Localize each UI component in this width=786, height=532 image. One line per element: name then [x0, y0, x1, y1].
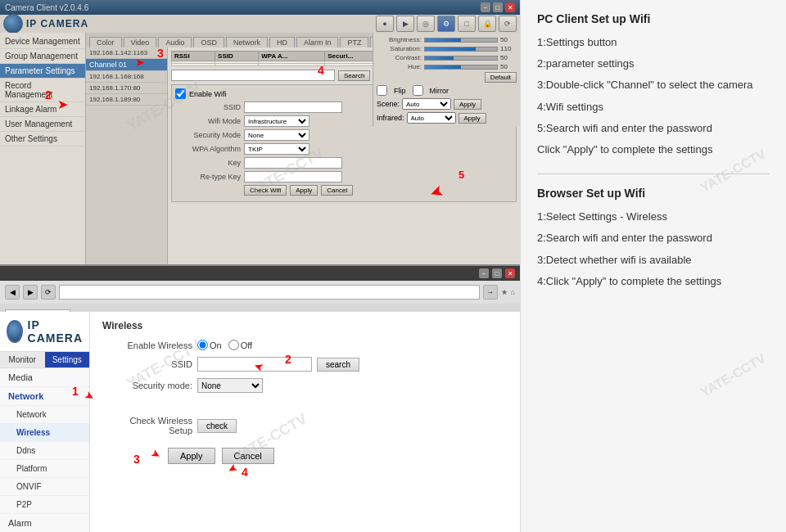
enable-wireless-label: Enable Wireless	[102, 340, 192, 350]
ssid-input[interactable]	[244, 101, 342, 113]
enable-wifi-checkbox[interactable]	[175, 88, 186, 99]
security-mode-select[interactable]: None	[244, 129, 309, 141]
settings-tab[interactable]: Settings	[45, 352, 90, 367]
wifi-cancel-btn[interactable]: Cancel	[321, 185, 353, 196]
wifi-mode-select[interactable]: Infrastructure	[244, 115, 309, 127]
browser-alarm-item[interactable]: Alarm	[0, 514, 89, 532]
retype-key-label: Re-type Key	[175, 173, 241, 181]
tab-video[interactable]: Video	[124, 37, 157, 47]
flip-checkbox[interactable]	[377, 85, 387, 96]
browser-sidebar: IP CAMERA Monitor Settings Media Network…	[0, 312, 90, 532]
minimize-btn[interactable]: −	[481, 2, 490, 12]
browser-chrome: − □ ✕ ◀ ▶ ⟳ https://192.168.1.100/web/ad…	[0, 266, 520, 312]
menu-icon-7[interactable]: ⟳	[499, 16, 517, 32]
key-label: Key	[175, 159, 241, 167]
browser-logo-text: IP CAMERA	[28, 318, 83, 345]
pc-instruction-apply: Click "Apply" to complete the settings	[537, 142, 770, 157]
menu-icon-6[interactable]: 🔒	[478, 16, 496, 32]
browser-maximize-btn[interactable]: □	[492, 268, 502, 278]
browser-annotation-2: 2	[285, 353, 291, 366]
address-bar[interactable]: https://192.168.1.100/web/admin.html	[59, 285, 480, 300]
browser-ddns-item[interactable]: Ddns	[0, 442, 89, 460]
wireless-on-radio[interactable]	[197, 340, 208, 350]
wireless-on-option: On	[197, 340, 222, 350]
default-btn[interactable]: Default	[485, 72, 517, 83]
pc-channel-list: 192.168.1.142:1163 Channel 01 192.168.1.…	[86, 47, 168, 266]
sidebar-linkage-alarm[interactable]: Linkage Alarm	[0, 102, 85, 117]
retype-key-input[interactable]	[244, 171, 342, 183]
menu-icon-settings[interactable]: ⚙	[437, 16, 455, 32]
browser-onvif-item[interactable]: ONVIF	[0, 478, 89, 496]
scene-apply-btn[interactable]: Apply	[454, 99, 481, 110]
browser-nav-tabs: Monitor Settings	[0, 352, 89, 368]
tab-color[interactable]: Color	[89, 37, 122, 47]
check-wifi-btn[interactable]: Check Wifi	[244, 185, 287, 196]
sidebar-group-mgmt[interactable]: Group Management	[0, 49, 85, 64]
channel-item-1[interactable]: Channel 01	[86, 59, 167, 71]
refresh-btn[interactable]: ⟳	[41, 285, 56, 300]
check-wireless-btn[interactable]: check	[197, 419, 237, 433]
col-rssi: RSSI	[172, 52, 215, 61]
menu-icon-2[interactable]: ▶	[396, 16, 414, 32]
browser-cancel-btn[interactable]: Cancel	[222, 448, 274, 464]
saturation-val: 110	[500, 45, 517, 52]
pc-title-bar: Camera Client v2.0.4.6 − □ ✕	[0, 0, 520, 15]
browser-wireless-item[interactable]: Wireless	[0, 424, 89, 442]
sidebar-other-settings[interactable]: Other Settings	[0, 132, 85, 147]
sidebar-param-settings[interactable]: Parameter Settings	[0, 64, 85, 79]
menu-icon-3[interactable]: ◎	[417, 16, 435, 32]
wireless-off-radio[interactable]	[228, 340, 239, 350]
wpa-algo-select[interactable]: TKIP	[244, 143, 309, 155]
browser-instructions-section: Browser Set up Wifi 1:Select Settings - …	[537, 187, 770, 289]
maximize-btn[interactable]: □	[493, 2, 503, 12]
sidebar-record-mgmt[interactable]: Record Management	[0, 79, 85, 102]
divider	[537, 174, 770, 174]
back-btn[interactable]: ◀	[5, 285, 20, 300]
search-wifi-btn[interactable]: search	[317, 358, 359, 372]
browser-p2p-item[interactable]: P2P	[0, 496, 89, 514]
security-browser-select[interactable]: None	[197, 378, 263, 393]
key-input[interactable]	[244, 157, 342, 169]
sidebar-device-mgmt[interactable]: Device Management	[0, 34, 85, 49]
browser-content: Wireless Enable Wireless On Off	[90, 312, 520, 532]
tab-alarm[interactable]: Alarm In	[296, 37, 339, 47]
tab-ptz[interactable]: PTZ	[340, 37, 368, 47]
network-group: Network Network Wireless Ddns Platform O…	[0, 387, 89, 514]
channel-item-2[interactable]: 192.168.1.168:168	[86, 71, 167, 83]
browser-minimize-btn[interactable]: −	[479, 268, 489, 278]
mirror-checkbox[interactable]	[413, 85, 423, 96]
menu-icon-1[interactable]: ●	[376, 16, 394, 32]
tab-hd[interactable]: HD	[269, 37, 295, 47]
forward-btn[interactable]: ▶	[23, 285, 38, 300]
infrared-select[interactable]: Auto	[407, 112, 456, 124]
scene-select[interactable]: Auto	[402, 98, 451, 110]
go-btn[interactable]: →	[483, 285, 498, 300]
sidebar-user-mgmt[interactable]: User Management	[0, 117, 85, 132]
pc-inner: 192.168.1.142:1163 Channel 01 192.168.1.…	[86, 47, 520, 266]
flip-label: Flip	[394, 87, 406, 95]
brightness-panel: Brightness: 50 Saturation: 110	[373, 33, 520, 127]
browser-platform-item[interactable]: Platform	[0, 460, 89, 478]
saturation-bar	[424, 47, 498, 52]
wireless-radio-group: On Off	[197, 340, 252, 350]
wifi-search-input[interactable]	[171, 70, 335, 81]
hue-row: Hue: 50	[377, 63, 517, 70]
tab-osd[interactable]: OSD	[193, 37, 224, 47]
channel-item-3[interactable]: 192.168.1.170:80	[86, 83, 167, 94]
browser-annotation-3: 3	[133, 453, 140, 466]
browser-main: IP CAMERA Monitor Settings Media Network…	[0, 312, 520, 532]
channel-item-4[interactable]: 192.168.1.189:80	[86, 94, 167, 106]
annotation-5: 5	[458, 169, 464, 181]
browser-close-btn[interactable]: ✕	[505, 268, 515, 278]
wifi-apply-btn[interactable]: Apply	[290, 185, 318, 196]
infrared-apply-btn[interactable]: Apply	[458, 113, 486, 124]
contrast-val: 50	[500, 54, 517, 61]
tab-network[interactable]: Network	[226, 37, 268, 47]
wifi-search-btn[interactable]: Search	[338, 70, 370, 81]
close-btn[interactable]: ✕	[505, 2, 515, 12]
browser-network-sub[interactable]: Network	[0, 406, 89, 424]
channel-item-0[interactable]: 192.168.1.142:1163	[86, 47, 167, 59]
menu-icon-5[interactable]: □	[458, 16, 476, 32]
browser-apply-btn[interactable]: Apply	[168, 448, 215, 464]
monitor-tab[interactable]: Monitor	[0, 352, 45, 367]
